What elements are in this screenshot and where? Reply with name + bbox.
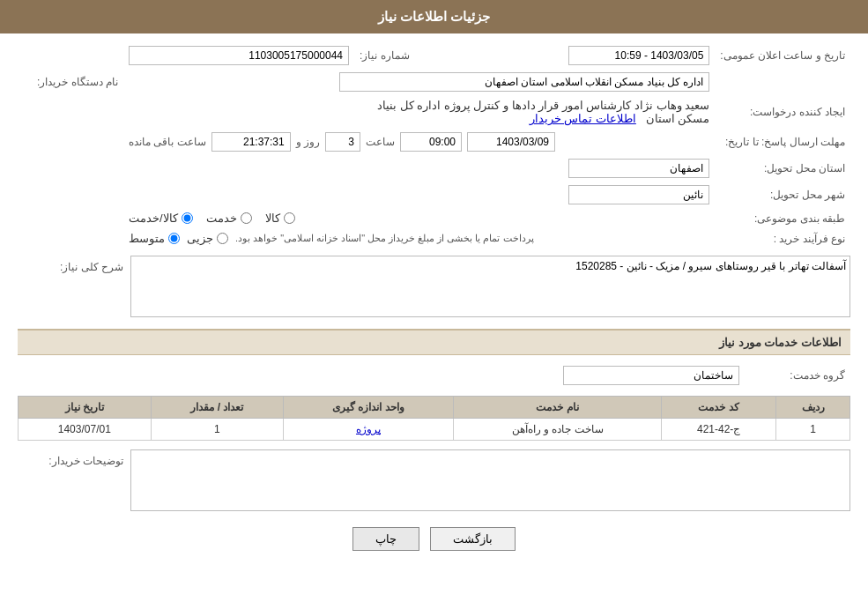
- cell-code: ج-42-421: [662, 419, 776, 441]
- city-input[interactable]: [568, 185, 709, 204]
- col-unit: واحد اندازه گیری: [284, 397, 454, 419]
- province-input[interactable]: [568, 159, 709, 178]
- col-code: کد خدمت: [662, 397, 776, 419]
- need-description-textarea[interactable]: آسفالت تهاتر با قیر روستاهای سیرو / مزیک…: [130, 256, 850, 317]
- purchase-type-label: نوع فرآیند خرید :: [715, 228, 850, 249]
- need-description-label: شرح کلی نیاز:: [18, 256, 123, 273]
- col-name: نام خدمت: [453, 397, 661, 419]
- page-title: جزئیات اطلاعات نیاز: [378, 9, 490, 24]
- need-number-label: شماره نیاز:: [354, 42, 460, 69]
- remaining-days-input[interactable]: [325, 132, 360, 152]
- announce-date-label: تاریخ و ساعت اعلان عمومی:: [715, 42, 850, 69]
- requester-contact-link[interactable]: اطلاعات تماس خریدار: [530, 112, 636, 125]
- cell-unit[interactable]: پروژه: [284, 419, 454, 441]
- purchase-type-note: پرداخت تمام یا بخشی از مبلغ خریداز محل "…: [235, 233, 534, 244]
- cell-date: 1403/07/01: [19, 419, 152, 441]
- info-table: تاریخ و ساعت اعلان عمومی: شماره نیاز: نا…: [18, 42, 850, 249]
- category-khedmat[interactable]: خدمت: [206, 212, 252, 225]
- city-label: شهر محل تحویل:: [715, 182, 850, 208]
- buyer-label-right: نام دستگاه خریدار:: [18, 69, 123, 95]
- buyer-input[interactable]: [339, 72, 709, 92]
- purchase-motavaset[interactable]: متوسط: [129, 232, 180, 245]
- need-number-input[interactable]: [129, 46, 349, 65]
- requester-label: ایجاد کننده درخواست:: [715, 95, 850, 129]
- table-row: 1 ج-42-421 ساخت جاده و راه‌آهن پروژه 1 1…: [19, 419, 850, 441]
- buyer-desc-textarea[interactable]: [130, 449, 850, 511]
- back-button[interactable]: بازگشت: [430, 527, 516, 551]
- reply-date-input[interactable]: [467, 132, 555, 152]
- purchase-jozi[interactable]: جزیی: [187, 232, 228, 245]
- time-label: ساعت: [366, 136, 395, 148]
- announce-date-input[interactable]: [568, 46, 709, 65]
- print-button[interactable]: چاپ: [352, 527, 419, 551]
- province-label: استان محل تحویل:: [715, 155, 850, 182]
- remaining-time-input[interactable]: [211, 132, 291, 152]
- page-header: جزئیات اطلاعات نیاز: [0, 0, 868, 33]
- reply-time-input[interactable]: [400, 132, 462, 152]
- col-qty: تعداد / مقدار: [151, 397, 283, 419]
- buyer-desc-label: توضیحات خریدار:: [18, 449, 123, 467]
- col-row: ردیف: [776, 397, 850, 419]
- service-group-label: گروه خدمت:: [745, 362, 850, 389]
- cell-row: 1: [776, 419, 850, 441]
- col-date: تاریخ نیاز: [19, 397, 152, 419]
- service-group-table: گروه خدمت:: [18, 362, 850, 389]
- category-label: طبقه بندی موضوعی:: [715, 208, 850, 228]
- reply-deadline-label: مهلت ارسال پاسخ: تا تاریخ:: [715, 129, 850, 155]
- cell-name: ساخت جاده و راه‌آهن: [453, 419, 661, 441]
- service-info-title: اطلاعات خدمات مورد نیاز: [18, 329, 850, 355]
- remaining-label-before: روز و: [296, 136, 320, 148]
- service-group-input[interactable]: [563, 366, 739, 385]
- buyer-label: [715, 69, 850, 95]
- cell-qty: 1: [151, 419, 283, 441]
- remaining-label-after: ساعت باقی مانده: [129, 136, 206, 148]
- category-kala-khedmat[interactable]: کالا/خدمت: [129, 212, 193, 225]
- services-table: ردیف کد خدمت نام خدمت واحد اندازه گیری ت…: [18, 396, 850, 441]
- button-row: بازگشت چاپ: [18, 527, 850, 551]
- category-kala[interactable]: کالا: [265, 212, 295, 225]
